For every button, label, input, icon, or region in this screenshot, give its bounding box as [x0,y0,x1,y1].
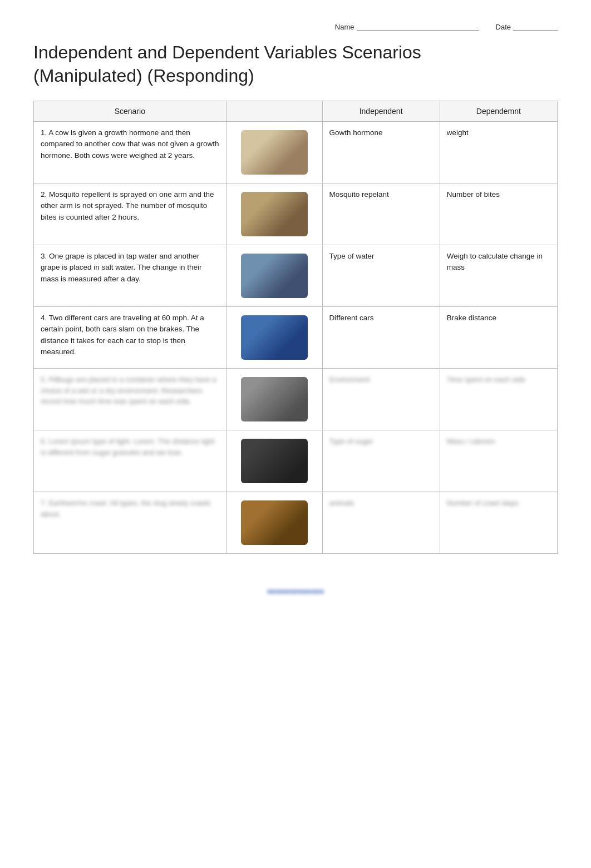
image-container [233,313,316,363]
pillbug-image [241,377,308,421]
footer-row: ■■■■■■■■■■■■■ [33,587,558,596]
dependent-value: Weigh to calculate change in mass [447,251,550,274]
cow-image [241,130,308,175]
image-container [233,498,316,548]
image-cell [226,492,322,554]
scenario-cell: 7. Earthworms crawl. All types, the slug… [34,492,226,554]
independent-cell: Mosquito repelant [322,183,440,245]
independent-value: animals [329,498,433,509]
independent-value: Mosquito repelant [329,189,433,200]
table-row: 4. Two different cars are traveling at 6… [34,307,558,369]
dependent-value: weight [447,127,550,138]
table-row: 1. A cow is given a growth hormone and t… [34,122,558,183]
name-field: Name [335,22,479,31]
scenario-cell: 5. Pillbugs are placed in a container wh… [34,369,226,430]
title-block: Independent and Dependent Variables Scen… [33,41,558,87]
scenarios-table: Scenario Independent Dependemnt 1. A cow… [33,101,558,554]
independent-cell: Gowth hormone [322,122,440,183]
scenario-text: 5. Pillbugs are placed in a container wh… [41,374,219,407]
image-cell [226,307,322,369]
dependent-value: Number of crawl steps [447,498,550,509]
scenario-cell: 3. One grape is placed in tap water and … [34,245,226,307]
worm-image [241,500,308,545]
mosquito-image [241,192,308,236]
footer-attribution: ■■■■■■■■■■■■■ [267,587,324,596]
independent-cell: Type of sugar [322,430,440,492]
car-image [241,315,308,360]
name-line[interactable] [357,22,479,31]
table-row: 2. Mosquito repellent is sprayed on one … [34,183,558,245]
dependent-cell: Weigh to calculate change in mass [440,245,557,307]
scenario-text: 4. Two different cars are traveling at 6… [41,313,219,358]
independent-value: Environment [329,374,433,385]
independent-value: Type of water [329,251,433,262]
grape-image [241,254,308,298]
table-row: 3. One grape is placed in tap water and … [34,245,558,307]
name-label: Name [335,23,354,31]
image-cell [226,122,322,183]
date-field: Date [496,22,558,31]
image-container [233,436,316,486]
image-cell [226,183,322,245]
dependent-cell: Time spent on each side [440,369,557,430]
page-title: Independent and Dependent Variables Scen… [33,41,558,87]
independent-cell: Different cars [322,307,440,369]
header-independent: Independent [322,101,440,122]
dependent-value: Time spent on each side [447,374,550,385]
image-cell [226,369,322,430]
name-date-row: Name Date [33,22,558,31]
header-dependent: Dependemnt [440,101,557,122]
scenario-text: 1. A cow is given a growth hormone and t… [41,127,219,161]
header-scenario: Scenario [34,101,226,122]
dependent-value: Brake distance [447,313,550,324]
scenario-text: 6. Lorem ipsum type of light. Lorem. The… [41,436,219,458]
image-container [233,374,316,424]
dependent-value: Number of bites [447,189,550,200]
scenario-cell: 4. Two different cars are traveling at 6… [34,307,226,369]
independent-cell: Type of water [322,245,440,307]
dependent-cell: Number of crawl steps [440,492,557,554]
independent-value: Different cars [329,313,433,324]
scenario-text: 3. One grape is placed in tap water and … [41,251,219,285]
table-row: 7. Earthworms crawl. All types, the slug… [34,492,558,554]
scenario-cell: 2. Mosquito repellent is sprayed on one … [34,183,226,245]
dependent-cell: Mass / calories [440,430,557,492]
dependent-cell: Brake distance [440,307,557,369]
date-line[interactable] [513,22,558,31]
table-row: 5. Pillbugs are placed in a container wh… [34,369,558,430]
image-container [233,127,316,177]
dependent-value: Mass / calories [447,436,550,447]
date-label: Date [496,23,511,31]
independent-cell: Environment [322,369,440,430]
scenario-cell: 1. A cow is given a growth hormone and t… [34,122,226,183]
scenario-text: 7. Earthworms crawl. All types, the slug… [41,498,219,519]
image-container [233,189,316,239]
scenario-text: 2. Mosquito repellent is sprayed on one … [41,189,219,223]
image-cell [226,245,322,307]
table-header-row: Scenario Independent Dependemnt [34,101,558,122]
independent-value: Gowth hormone [329,127,433,138]
image-container [233,251,316,301]
scenario-cell: 6. Lorem ipsum type of light. Lorem. The… [34,430,226,492]
dependent-cell: weight [440,122,557,183]
independent-cell: animals [322,492,440,554]
independent-value: Type of sugar [329,436,433,447]
dependent-cell: Number of bites [440,183,557,245]
image-cell [226,430,322,492]
table-row: 6. Lorem ipsum type of light. Lorem. The… [34,430,558,492]
header-image [226,101,322,122]
stapler-image [241,439,308,483]
